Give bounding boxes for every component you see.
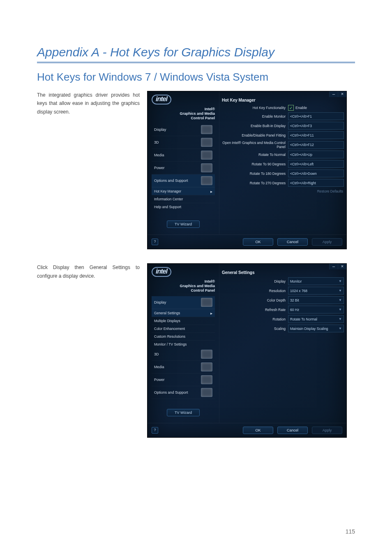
intel-logo: intel <box>152 95 171 104</box>
side-nav-2: 3DMediaPowerOptions and Support <box>152 348 215 399</box>
chevron-down-icon: ▼ <box>339 308 342 311</box>
control-panel-general: intel Intel® Graphics and Media Control … <box>147 263 347 437</box>
paragraph-2: Click Display then General Settings to c… <box>37 263 140 280</box>
setting-dropdown[interactable]: 1024 x 768▼ <box>288 287 344 295</box>
enable-label: Enable <box>295 106 307 110</box>
nav-item[interactable]: 3D <box>152 348 215 361</box>
thumb-icon <box>201 298 212 307</box>
subnav-item[interactable]: Help and Support <box>152 203 215 211</box>
setting-label: Refresh Rate <box>222 308 288 312</box>
hotkey-label: Open Intel® Graphics and Media Control P… <box>222 141 288 149</box>
hotkey-input[interactable]: <Ctrl><Alt>F12 <box>288 141 344 149</box>
setting-dropdown[interactable]: Maintain Display Scaling▼ <box>288 325 344 332</box>
side-nav: Display <box>152 296 215 309</box>
nav-item[interactable]: Options and Support <box>152 174 215 187</box>
panel-brand: Intel® Graphics and Media Control Panel <box>152 107 215 120</box>
nav-item[interactable]: Media <box>152 149 215 162</box>
setting-dropdown[interactable]: Monitor▼ <box>288 277 344 285</box>
help-icon[interactable]: ? <box>152 239 158 245</box>
nav-item[interactable]: Display <box>152 296 215 309</box>
thumb-icon <box>201 163 212 172</box>
close-icon[interactable]: × <box>338 91 346 97</box>
nav-item[interactable]: Power <box>152 162 215 174</box>
paragraph-1: The integrated graphics driver provides … <box>37 91 140 116</box>
side-subnav: Hot Key Manager▸Information CenterHelp a… <box>152 187 215 211</box>
cancel-button[interactable]: Cancel <box>277 427 308 434</box>
hotkey-label: Rotate To 270 Degrees <box>222 181 288 185</box>
hotkey-label: Rotate To 90 Degrees <box>222 162 288 166</box>
chevron-down-icon: ▼ <box>339 317 342 321</box>
subnav-item[interactable]: Hot Key Manager▸ <box>152 187 215 195</box>
hotkey-input[interactable]: <Ctrl><Alt>Down <box>288 169 344 177</box>
control-panel-hotkey: intel Intel® Graphics and Media Control … <box>147 91 347 249</box>
hotkey-input[interactable]: <Ctrl><Alt>Right <box>288 179 344 187</box>
setting-label: Rotation <box>222 317 288 321</box>
thumb-icon <box>201 350 212 359</box>
setting-label: Color Depth <box>222 298 288 302</box>
minimize-icon[interactable]: – <box>329 91 338 97</box>
nav-item[interactable]: 3D <box>152 136 215 149</box>
setting-dropdown[interactable]: Rotate To Normal▼ <box>288 315 344 323</box>
setting-label: Resolution <box>222 289 288 293</box>
nav-item[interactable]: Display <box>152 123 215 136</box>
hotkey-input[interactable]: <Ctrl><Alt>F3 <box>288 122 344 130</box>
thumb-icon <box>201 151 212 160</box>
setting-label: Display <box>222 279 288 283</box>
ok-button[interactable]: OK <box>243 238 273 246</box>
thumb-icon <box>201 138 212 147</box>
setting-dropdown[interactable]: 32 Bit▼ <box>288 296 344 304</box>
chevron-down-icon: ▼ <box>339 298 342 302</box>
hotkey-input[interactable]: <Ctrl><Alt>Left <box>288 160 344 168</box>
hotkey-label: Enable Built-in Display <box>222 124 288 128</box>
nav-item[interactable]: Media <box>152 361 215 374</box>
section-title: Hot Keys for Windows 7 / Windows Vista S… <box>37 71 355 84</box>
side-subnav: General Settings▸Multiple DisplaysColor … <box>152 309 215 348</box>
tv-wizard-button[interactable]: TV Wizard <box>167 220 200 228</box>
apply-button[interactable]: Apply <box>312 427 342 434</box>
subnav-item[interactable]: Multiple Displays <box>152 317 215 325</box>
subnav-item[interactable]: Information Center <box>152 195 215 203</box>
panel-header: General Settings <box>222 270 344 275</box>
title-rule <box>37 62 355 63</box>
restore-defaults-button[interactable]: Restore Defaults <box>222 189 343 193</box>
chevron-down-icon: ▼ <box>339 279 342 283</box>
close-icon[interactable]: × <box>338 264 346 269</box>
subnav-item[interactable]: Monitor / TV Settings <box>152 340 215 348</box>
intel-logo: intel <box>152 267 171 277</box>
chevron-right-icon: ▸ <box>210 311 212 316</box>
page-title: Appendix A - Hot Keys for Graphics Displ… <box>37 45 355 59</box>
hotkey-label: Rotate To Normal <box>222 153 288 157</box>
thumb-icon <box>201 375 212 384</box>
panel-brand: Intel® Graphics and Media Control Panel <box>152 279 215 292</box>
hotkey-label: Rotate To 180 Degrees <box>222 172 288 176</box>
ok-button[interactable]: OK <box>243 427 273 434</box>
tv-wizard-button[interactable]: TV Wizard <box>167 409 200 416</box>
page-number: 115 <box>346 528 355 535</box>
enable-checkbox[interactable]: ✓ <box>288 105 294 111</box>
subnav-item[interactable]: Color Enhancement <box>152 325 215 332</box>
cancel-button[interactable]: Cancel <box>277 238 308 246</box>
thumb-icon <box>201 176 212 185</box>
hotkey-func-label: Hot Key Functionality <box>222 106 288 110</box>
apply-button[interactable]: Apply <box>312 238 342 246</box>
setting-dropdown[interactable]: 60 Hz▼ <box>288 306 344 313</box>
nav-item[interactable]: Options and Support <box>152 386 215 399</box>
thumb-icon <box>201 388 212 397</box>
nav-item[interactable]: Power <box>152 374 215 386</box>
thumb-icon <box>201 362 212 371</box>
hotkey-input[interactable]: <Ctrl><Alt>F1 <box>288 112 344 120</box>
panel-header: Hot Key Manager <box>222 98 344 102</box>
chevron-down-icon: ▼ <box>339 289 342 292</box>
hotkey-input[interactable]: <Ctrl><Alt>F11 <box>288 131 344 139</box>
minimize-icon[interactable]: – <box>329 264 338 269</box>
subnav-item[interactable]: General Settings▸ <box>152 309 215 317</box>
hotkey-label: Enable Monitor <box>222 114 288 118</box>
setting-label: Scaling <box>222 327 288 331</box>
subnav-item[interactable]: Custom Resolutions <box>152 332 215 340</box>
chevron-right-icon: ▸ <box>210 189 212 194</box>
hotkey-input[interactable]: <Ctrl><Alt>Up <box>288 151 344 158</box>
thumb-icon <box>201 125 212 134</box>
hotkey-label: Enable/Disable Panel Fitting <box>222 133 288 137</box>
side-nav: Display3DMediaPowerOptions and Support <box>152 123 215 187</box>
help-icon[interactable]: ? <box>152 427 158 434</box>
